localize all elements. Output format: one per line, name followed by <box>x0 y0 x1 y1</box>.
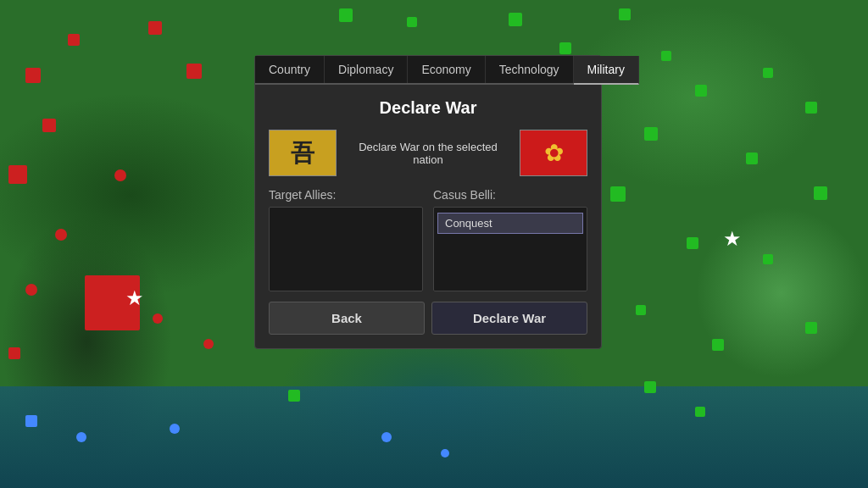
flag-emblem-icon: ✿ <box>544 139 564 167</box>
flag-target: ✿ <box>520 130 587 176</box>
green-dot <box>339 8 353 22</box>
back-button[interactable]: Back <box>269 302 425 335</box>
tab-military[interactable]: Military <box>574 56 639 85</box>
green-dot <box>636 305 646 315</box>
red-dot <box>25 284 37 296</box>
green-dot <box>407 17 417 27</box>
green-dot <box>746 152 758 164</box>
green-dot <box>805 102 817 114</box>
green-dot <box>509 13 522 26</box>
tab-diplomacy[interactable]: Diplomacy <box>325 56 408 83</box>
green-dot <box>763 254 773 264</box>
blue-dot <box>381 432 392 442</box>
target-allies-column: Target Allies: <box>269 188 423 291</box>
casus-belli-conquest[interactable]: Conquest <box>437 213 583 234</box>
red-dot <box>186 64 202 79</box>
green-dot <box>644 127 658 141</box>
declare-war-button[interactable]: Declare War <box>431 302 587 335</box>
green-dot <box>644 381 656 393</box>
blue-dot <box>25 415 37 427</box>
tab-technology[interactable]: Technology <box>486 56 574 83</box>
green-dot <box>687 237 698 249</box>
blue-dot <box>76 432 86 442</box>
tab-country[interactable]: Country <box>255 56 325 83</box>
red-dot <box>8 165 27 184</box>
green-dot <box>712 339 724 351</box>
target-allies-label: Target Allies: <box>269 188 423 202</box>
declare-war-description: Declare War on the selected nation <box>337 141 520 166</box>
green-dot <box>695 407 705 417</box>
casus-belli-column: Casus Belli: Conquest <box>433 188 587 291</box>
green-dot <box>610 186 626 202</box>
red-dot <box>203 339 214 349</box>
declare-war-modal: Country Diplomacy Economy Technology Mil… <box>254 55 602 349</box>
red-dot <box>55 229 67 241</box>
red-dot <box>25 68 41 83</box>
flag-player: 吾 <box>269 130 337 176</box>
green-dot <box>763 68 773 78</box>
target-allies-list <box>269 207 423 291</box>
blue-dot <box>170 424 180 434</box>
tab-economy[interactable]: Economy <box>408 56 485 83</box>
modal-title: Declare War <box>269 98 587 118</box>
red-dot <box>153 313 163 324</box>
red-dot <box>42 119 56 132</box>
casus-belli-list: Conquest <box>433 207 587 291</box>
modal-body: Declare War 吾 Declare War on the selecte… <box>255 85 601 348</box>
white-star-right: ★ <box>723 227 742 251</box>
red-dot <box>68 34 80 46</box>
blue-dot <box>441 449 449 458</box>
green-dot <box>288 390 300 402</box>
red-dot <box>8 347 20 359</box>
green-dot <box>695 85 707 97</box>
casus-belli-label: Casus Belli: <box>433 188 587 202</box>
detail-columns: Target Allies: Casus Belli: Conquest <box>269 188 587 291</box>
green-dot <box>661 51 671 61</box>
green-dot <box>559 42 571 54</box>
flags-row: 吾 Declare War on the selected nation ✿ <box>269 130 587 176</box>
water-area <box>0 386 868 488</box>
green-dot <box>814 186 827 200</box>
green-dot <box>619 8 631 20</box>
red-dot <box>148 21 162 35</box>
red-dot <box>114 169 126 181</box>
tab-bar: Country Diplomacy Economy Technology Mil… <box>255 56 601 85</box>
action-buttons: Back Declare War <box>269 302 587 335</box>
white-star-left: ★ <box>125 286 144 310</box>
green-dot <box>805 322 817 334</box>
